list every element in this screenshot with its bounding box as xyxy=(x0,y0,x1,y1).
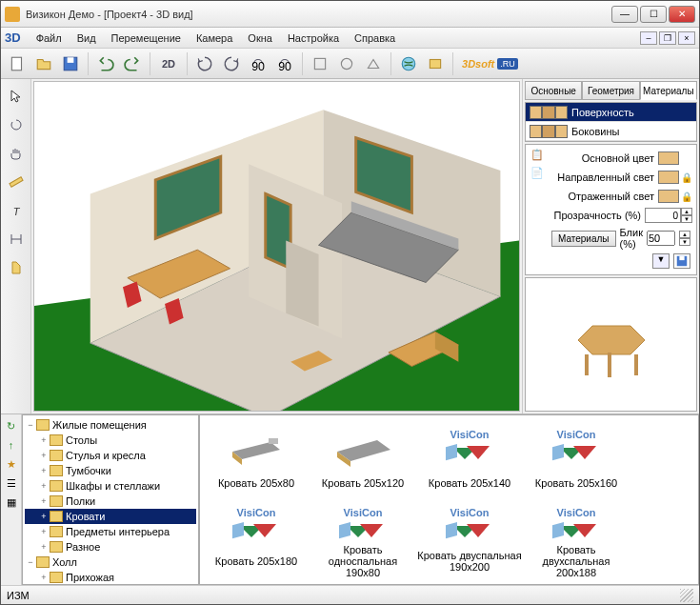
menu-view[interactable]: Вид xyxy=(70,30,104,46)
save-material-button[interactable] xyxy=(673,253,690,269)
catalog-items[interactable]: Кровать 205x80 Кровать 205x120 VisiCon К… xyxy=(199,414,699,585)
render-button[interactable] xyxy=(423,51,448,76)
menu-settings[interactable]: Настройка xyxy=(280,30,347,46)
list-icon[interactable]: ☰ xyxy=(4,475,19,491)
spin-down[interactable]: ▼ xyxy=(679,238,690,246)
grid-icon[interactable]: ▦ xyxy=(4,494,19,510)
tab-basic[interactable]: Основные xyxy=(525,81,582,100)
mdi-close[interactable]: × xyxy=(678,31,695,45)
menu-move[interactable]: Перемещение xyxy=(104,30,189,46)
maximize-button[interactable]: ☐ xyxy=(640,6,667,23)
svg-text:90: 90 xyxy=(251,59,265,71)
menu-camera[interactable]: Камера xyxy=(189,30,240,46)
rotate-right-button[interactable] xyxy=(219,51,244,76)
refresh-icon[interactable]: ↻ xyxy=(4,418,19,434)
swatch-icon xyxy=(530,106,568,119)
dimension-tool[interactable] xyxy=(5,228,28,251)
cursor-tool[interactable] xyxy=(5,85,28,108)
mdi-minimize[interactable]: – xyxy=(640,31,657,45)
paste-icon[interactable]: 📄 xyxy=(530,167,544,179)
tree-root[interactable]: −Жилые помещения xyxy=(25,417,196,433)
rot90-right-button[interactable]: 90 xyxy=(272,51,297,76)
catalog-item[interactable]: VisiCon Кровать двухспальная 200x188 xyxy=(524,497,629,574)
tree-item[interactable]: +Полки xyxy=(25,494,196,509)
hand-tool[interactable] xyxy=(5,142,28,165)
reflected-swatch[interactable] xyxy=(658,190,679,203)
copy-icon[interactable]: 📋 xyxy=(530,149,544,161)
up-icon[interactable]: ↑ xyxy=(4,437,19,453)
rot90-left-button[interactable]: 90 xyxy=(246,51,270,76)
redo-button[interactable] xyxy=(120,51,145,76)
main-color-swatch[interactable] xyxy=(658,151,679,165)
fav-icon[interactable]: ★ xyxy=(4,456,19,472)
globe-button[interactable] xyxy=(396,51,421,76)
prop-blik-label: Блик (%) xyxy=(620,227,643,250)
svg-text:VisiCon: VisiCon xyxy=(450,507,490,518)
new-button[interactable] xyxy=(5,51,30,76)
catalog-item[interactable]: Кровать 205x120 xyxy=(310,419,415,495)
tree-item[interactable]: +Разное xyxy=(25,539,196,555)
rotate-tool[interactable] xyxy=(5,113,28,136)
tab-geometry[interactable]: Геометрия xyxy=(582,81,639,100)
menu-help[interactable]: Справка xyxy=(347,30,403,46)
resize-grip[interactable] xyxy=(680,589,693,602)
3d-viewport[interactable] xyxy=(33,81,520,412)
catalog-item[interactable]: Кровать 205x80 xyxy=(204,419,309,495)
tree-item[interactable]: +Стулья и кресла xyxy=(25,448,196,463)
status-text: ИЗМ xyxy=(7,590,30,601)
page-tool[interactable] xyxy=(5,256,28,279)
close-button[interactable]: ✕ xyxy=(669,6,695,23)
tree-item[interactable]: +Предметы интерьера xyxy=(25,524,196,539)
svg-point-6 xyxy=(341,58,351,69)
view1-button[interactable] xyxy=(308,51,332,76)
save-button[interactable] xyxy=(58,51,83,76)
prop-directed-label: Направленный свет xyxy=(550,171,658,183)
material-preview xyxy=(525,277,697,412)
blik-input[interactable] xyxy=(647,231,675,246)
tree-item[interactable]: +Шкафы и стеллажи xyxy=(25,478,196,494)
opacity-input[interactable] xyxy=(645,208,681,223)
2d-button[interactable]: 2D xyxy=(155,51,182,76)
titlebar: Визикон Демо - [Проект4 - 3D вид] — ☐ ✕ xyxy=(1,1,699,28)
material-row-surface[interactable]: Поверхность xyxy=(526,103,696,122)
tree-item-selected[interactable]: +Кровати xyxy=(25,509,196,524)
spin-up[interactable]: ▲ xyxy=(679,231,690,238)
open-button[interactable] xyxy=(31,51,56,76)
menu-file[interactable]: Файл xyxy=(29,30,70,46)
menu-windows[interactable]: Окна xyxy=(240,30,280,46)
svg-rect-51 xyxy=(232,522,244,538)
rotate-left-button[interactable] xyxy=(192,51,217,76)
catalog-item[interactable]: VisiCon Кровать 205x160 xyxy=(524,419,629,495)
mdi-restore[interactable]: ❐ xyxy=(659,31,676,45)
tree-item[interactable]: +Тумбочки xyxy=(25,463,196,478)
directed-swatch[interactable] xyxy=(658,171,679,184)
view2-button[interactable] xyxy=(334,51,359,76)
material-row-sides[interactable]: Боковины xyxy=(526,122,696,141)
toolbar: 2D 90 90 3Dsoft.RU xyxy=(1,49,699,79)
tree-item[interactable]: +Столы xyxy=(25,433,196,448)
minimize-button[interactable]: — xyxy=(611,6,638,23)
catalog-item[interactable]: VisiCon Кровать 205x140 xyxy=(417,419,522,495)
lock-icon[interactable]: 🔒 xyxy=(681,172,692,183)
measure-tool[interactable] xyxy=(5,171,28,193)
catalog-toolbar: ↻ ↑ ★ ☰ ▦ xyxy=(1,414,22,585)
undo-button[interactable] xyxy=(93,51,118,76)
view3-button[interactable] xyxy=(361,51,386,76)
svg-marker-35 xyxy=(232,442,280,459)
dropdown-button[interactable]: ▼ xyxy=(652,253,670,269)
catalog-item[interactable]: VisiCon Кровать двуспальная 190x200 xyxy=(417,497,522,574)
spin-up[interactable]: ▲ xyxy=(681,208,692,215)
lock-icon[interactable]: 🔒 xyxy=(681,192,692,202)
swatch-icon xyxy=(530,125,568,138)
svg-text:VisiCon: VisiCon xyxy=(344,507,383,518)
spin-down[interactable]: ▼ xyxy=(681,215,692,223)
catalog-item[interactable]: VisiCon Кровать односпальная 190x80 xyxy=(310,497,415,574)
tab-materials[interactable]: Материалы xyxy=(640,81,697,100)
tree-item[interactable]: +Прихожая xyxy=(25,570,196,585)
materials-button[interactable]: Материалы xyxy=(551,231,616,247)
logo-3d: 3D xyxy=(5,30,21,45)
tree-second[interactable]: −Холл xyxy=(25,555,196,570)
catalog-item[interactable]: VisiCon Кровать 205x180 xyxy=(204,497,309,574)
catalog-tree[interactable]: −Жилые помещения +Столы +Стулья и кресла… xyxy=(22,414,199,585)
text-tool[interactable]: T xyxy=(5,199,28,222)
